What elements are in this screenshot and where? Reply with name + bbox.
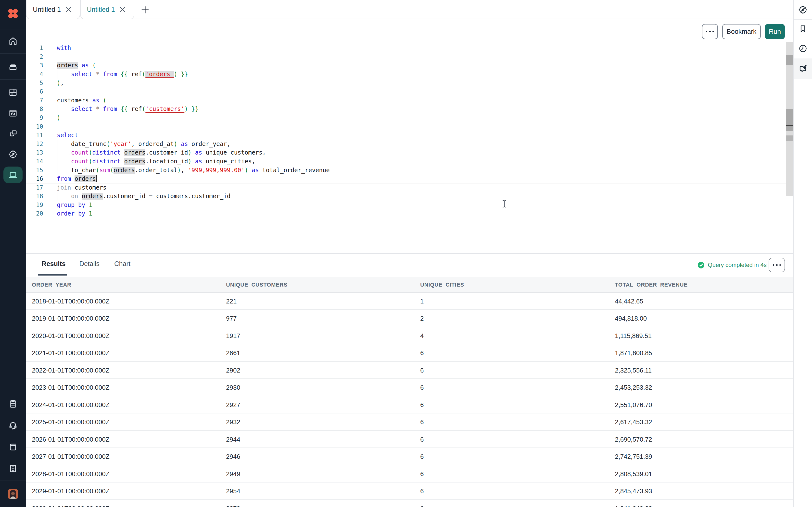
- column-header[interactable]: UNIQUE_CITIES: [420, 277, 464, 293]
- check-circle-icon: [698, 262, 704, 269]
- line-number-gutter: 1234567891011121314151617181920: [26, 44, 43, 218]
- sidebar-item-laptop-active[interactable]: [3, 167, 22, 183]
- right-sidebar-item-clock[interactable]: [798, 44, 808, 53]
- line-number: 8: [26, 105, 43, 114]
- scrollbar-cursor-mark: [786, 125, 793, 126]
- indent-guide: [58, 192, 58, 201]
- table-row[interactable]: 2025-01-01T00:00:00.000Z293262,617,453.3…: [26, 413, 793, 431]
- sidebar-item-code-window[interactable]: [8, 108, 18, 118]
- table-row[interactable]: 2027-01-01T00:00:00.000Z294662,742,751.3…: [26, 448, 793, 465]
- line-number: 15: [26, 166, 43, 175]
- table-row[interactable]: 2026-01-01T00:00:00.000Z294462,690,570.7…: [26, 431, 793, 448]
- code-window-icon: [8, 108, 18, 118]
- headset-icon: [8, 420, 18, 430]
- sql-editor[interactable]: 1234567891011121314151617181920 withorde…: [26, 42, 786, 253]
- tab-2[interactable]: Untitled 1: [80, 0, 134, 19]
- new-tab-button[interactable]: [140, 4, 151, 15]
- table-row[interactable]: 2028-01-01T00:00:00.000Z294962,808,539.0…: [26, 465, 793, 483]
- table-cell: 221: [226, 293, 237, 310]
- right-sidebar-item-bookmark[interactable]: [798, 24, 808, 34]
- run-button[interactable]: Run: [765, 24, 785, 39]
- table-cell: 2018-01-01T00:00:00.000Z: [32, 293, 110, 310]
- close-icon[interactable]: [66, 7, 71, 12]
- code-line: count(distinct orders.location_id) as un…: [57, 157, 330, 166]
- table-row[interactable]: 2023-01-01T00:00:00.000Z293062,453,253.3…: [26, 379, 793, 396]
- sidebar-item-home[interactable]: [8, 36, 18, 46]
- table-cell: 44,442.65: [615, 293, 643, 310]
- right-sidebar-item-ai-chat[interactable]: [798, 64, 808, 73]
- code-line: ): [57, 114, 330, 122]
- table-cell: 2030-01-01T00:00:00.000Z: [32, 500, 110, 507]
- sidebar-item-headset[interactable]: [8, 420, 18, 430]
- results-tab-details[interactable]: Details: [79, 260, 100, 268]
- hex-logo[interactable]: [6, 7, 19, 20]
- editor-scrollbar[interactable]: [786, 42, 793, 196]
- table-cell: 2021-01-01T00:00:00.000Z: [32, 344, 110, 362]
- sidebar-divider: [0, 29, 26, 30]
- table-row[interactable]: 2022-01-01T00:00:00.000Z290262,325,556.1…: [26, 362, 793, 379]
- sidebar-item-book[interactable]: [8, 442, 18, 452]
- scrollbar-thumb[interactable]: [786, 55, 793, 65]
- right-sidebar-item-compass[interactable]: [798, 5, 808, 15]
- sidebar-item-compass[interactable]: [8, 150, 18, 159]
- table-cell: 2949: [226, 465, 240, 483]
- table-body: 2018-01-01T00:00:00.000Z221144,442.65201…: [26, 293, 793, 507]
- bookmark-button[interactable]: Bookmark: [722, 24, 761, 39]
- results-tab-chart[interactable]: Chart: [114, 260, 131, 268]
- line-number: 18: [26, 192, 43, 201]
- table-row[interactable]: 2030-01-01T00:00:00.000Z287961,841,049.3…: [26, 500, 793, 507]
- table-cell: 2902: [226, 362, 240, 379]
- plus-icon: [140, 8, 151, 17]
- code-line: to_char(sum(orders.order_total), '999,99…: [57, 166, 330, 175]
- sidebar-item-archive[interactable]: [8, 62, 18, 71]
- close-icon[interactable]: [120, 7, 125, 12]
- sidebar-item-grid[interactable]: [8, 88, 18, 97]
- table-row[interactable]: 2019-01-01T00:00:00.000Z9772494,818.00: [26, 310, 793, 327]
- table-cell: 2025-01-01T00:00:00.000Z: [32, 413, 110, 431]
- table-cell: 1: [420, 293, 424, 310]
- line-number: 2: [26, 53, 43, 61]
- table-row[interactable]: 2018-01-01T00:00:00.000Z221144,442.65: [26, 293, 793, 310]
- clipboard-icon: [8, 399, 18, 408]
- right-sidebar: [793, 0, 812, 507]
- column-header[interactable]: ORDER_YEAR: [32, 277, 71, 293]
- line-number: 20: [26, 210, 43, 218]
- sidebar-divider: [794, 59, 812, 59]
- table-row[interactable]: 2021-01-01T00:00:00.000Z266161,871,800.8…: [26, 344, 793, 362]
- table-cell: 2932: [226, 413, 240, 431]
- table-row[interactable]: 2020-01-01T00:00:00.000Z191741,115,869.5…: [26, 327, 793, 345]
- sidebar-divider: [0, 79, 26, 80]
- sidebar-divider: [794, 19, 812, 20]
- sidebar-item-clipboard[interactable]: [8, 399, 18, 408]
- ellipsis-icon: [706, 31, 714, 32]
- table-cell: 2661: [226, 344, 240, 362]
- table-cell: 6: [420, 362, 424, 379]
- results-more-button[interactable]: [769, 258, 785, 272]
- book-icon: [8, 442, 18, 452]
- column-header[interactable]: UNIQUE_CUSTOMERS: [226, 277, 288, 293]
- results-tab-results[interactable]: Results: [42, 260, 66, 268]
- table-cell: 2954: [226, 483, 240, 500]
- query-status-text: Query completed in 4s: [708, 262, 767, 269]
- more-options-button[interactable]: [702, 24, 718, 39]
- column-header[interactable]: TOTAL_ORDER_REVENUE: [615, 277, 688, 293]
- table-row[interactable]: 2024-01-01T00:00:00.000Z292762,551,076.7…: [26, 396, 793, 414]
- text-cursor-pointer: [502, 200, 507, 208]
- sidebar-item-windows[interactable]: [8, 128, 18, 138]
- grid-icon: [8, 88, 18, 97]
- code-line: [57, 53, 330, 61]
- building-icon: [8, 464, 18, 473]
- code-line: ),: [57, 79, 330, 88]
- table-row[interactable]: 2029-01-01T00:00:00.000Z295462,845,473.9…: [26, 483, 793, 500]
- user-avatar[interactable]: [8, 489, 18, 499]
- table-cell: 1,841,049.32: [615, 500, 652, 507]
- sidebar-divider: [0, 53, 26, 54]
- line-number: 17: [26, 183, 43, 192]
- table-cell: 2026-01-01T00:00:00.000Z: [32, 431, 110, 448]
- tab-label: Untitled 1: [87, 6, 115, 13]
- code-line: date_trunc('year', ordered_at) as order_…: [57, 140, 330, 149]
- tab-1[interactable]: Untitled 1: [26, 0, 80, 19]
- sidebar-item-building[interactable]: [8, 464, 18, 473]
- sidebar-divider: [794, 39, 812, 39]
- indent-guide: [58, 105, 58, 114]
